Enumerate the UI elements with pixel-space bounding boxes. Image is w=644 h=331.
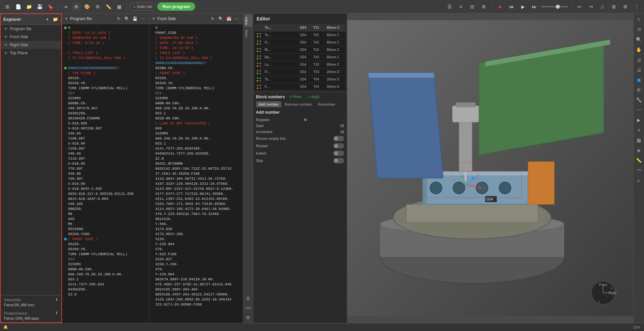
editor-tab[interactable]: Editor [244, 15, 253, 27]
play-icon[interactable]: ▶ [518, 2, 528, 11]
run-program-button[interactable]: Run program [157, 2, 196, 11]
settings-icon[interactable]: ⚙ [479, 2, 488, 11]
editor-table: To... G54 T#1 80mm C To... G54 T#1 80mm … [255, 24, 345, 91]
setup-tab[interactable]: Setup [244, 27, 253, 40]
rs-print2-icon[interactable]: 🖨 [634, 65, 644, 74]
save-btn[interactable]: 💾 [131, 15, 138, 22]
code-line: G54 [149, 91, 243, 96]
undo-icon[interactable]: ↩ [575, 2, 584, 11]
auto-run-button[interactable]: ○ Auto run [129, 3, 156, 11]
fs-refresh-btn[interactable]: ↻ [209, 15, 216, 22]
more-options-icon[interactable]: ··· [341, 118, 344, 122]
more-icon[interactable]: ⋮ [632, 2, 641, 11]
explorer-item-rightside[interactable]: 👁 Right Side [1, 41, 61, 49]
explorer-item-topplane[interactable]: 👁 Top Plane [1, 49, 61, 57]
status-bell-icon[interactable]: 🔔 [3, 325, 8, 329]
fs-calendar-btn[interactable]: 📅 [225, 15, 232, 22]
reset-button[interactable]: ↺ Reset [287, 94, 304, 99]
search-btn[interactable]: 🔍 [123, 15, 130, 22]
apply-button[interactable]: ✓ Apply [306, 94, 322, 99]
rs-pan-icon[interactable]: ✋ [634, 45, 644, 54]
rs-orbit-icon[interactable]: ⟲ [634, 25, 644, 34]
stop-icon[interactable]: ■ [495, 2, 505, 11]
editor-table-row[interactable]: Fr... G54 T#2 80mm C [255, 39, 345, 46]
redo-icon[interactable]: ↪ [586, 2, 596, 11]
parts-icon[interactable]: ⚙ [93, 2, 102, 11]
save-icon[interactable]: 💾 [35, 2, 44, 11]
layout-icon[interactable]: ☰ [445, 2, 454, 11]
tab-add-number[interactable]: Add number [256, 101, 281, 107]
lines-icon[interactable]: ☰ [244, 294, 253, 303]
rs-print-icon[interactable]: 🖨 [634, 55, 644, 64]
export-icon[interactable]: ⇥ [61, 2, 70, 11]
table-icon[interactable]: ▦ [114, 2, 124, 11]
svg-rect-6 [257, 43, 258, 45]
explorer-folder-button[interactable]: 📁 [52, 16, 59, 23]
code-icon[interactable]: </> [244, 304, 253, 312]
skip-toggle[interactable] [333, 158, 344, 163]
explorer-add-button[interactable]: + [44, 16, 51, 23]
grid-icon[interactable]: ⊞ [3, 2, 12, 11]
fs-more-btn[interactable]: ⋯ [233, 15, 240, 22]
row-name: Fr... [263, 70, 299, 74]
rs-view-icon[interactable]: ◼ [634, 75, 644, 85]
renum-empty-toggle[interactable] [333, 136, 344, 141]
editor-table-row[interactable]: Ba... G54 T#2 80mm C [255, 54, 345, 61]
grid-icon[interactable]: ⊞ [244, 313, 253, 322]
palette-icon[interactable]: 🎨 [82, 2, 92, 11]
editor-table-row[interactable]: To... G54 T#1 80mm C [255, 32, 345, 39]
gear2-icon[interactable]: ⚙ [621, 2, 630, 11]
folder-icon[interactable]: 📁 [24, 2, 34, 11]
rs-arrow-icon[interactable]: ↙ [634, 176, 644, 185]
editor-table-row[interactable]: Ri... G54 T#2 80mm C [255, 46, 345, 54]
rs-measure2-icon[interactable]: 📏 [634, 156, 644, 165]
rs-zoom-icon[interactable]: 🔍 [634, 35, 644, 44]
rs-toolpath-icon[interactable]: 〰 [634, 105, 644, 115]
explorer-item-frontside[interactable]: 👁 Front Side [1, 33, 61, 41]
svg-rect-9 [260, 48, 261, 49]
rs-sim-icon[interactable]: ▶ [634, 115, 644, 125]
bookmark-icon[interactable]: 🔖 [46, 2, 55, 11]
speed-slider[interactable] [541, 6, 568, 7]
program-code-content[interactable]: %( DATE: 14.11.2023 )( GENERATED BY CAM … [62, 24, 149, 323]
rs-tool-icon[interactable]: 🔧 [634, 95, 644, 105]
viewport[interactable]: X Y Z G54 [347, 13, 633, 323]
more-btn[interactable]: ⋯ [140, 15, 146, 22]
rs-clamp-icon[interactable]: ⚙ [634, 85, 644, 95]
editor-table-row[interactable]: To... G54 T#4 20mm D [255, 76, 345, 83]
restart-toggle[interactable] [333, 143, 344, 149]
code-line: G03X160.346Y-264.481I2.542J7.585K0. [149, 292, 243, 297]
rs-wave-icon[interactable]: 〜 [634, 166, 644, 175]
explorer-item-program[interactable]: 👁 Program file [1, 25, 61, 33]
file-icon[interactable]: 📄 [13, 2, 23, 11]
bn-tabs: Add number Remove number Renumber [256, 101, 344, 107]
interpreter-download-icon[interactable]: ⬇ [55, 297, 58, 302]
grid2-icon[interactable]: ⊟ [468, 2, 477, 11]
compass: Front Right X Y [590, 279, 616, 306]
tab-remove-number[interactable]: Remove number [282, 101, 315, 107]
rs-lines-icon[interactable]: ≡ [634, 125, 644, 135]
warning-icon[interactable]: ⚠ [598, 2, 607, 11]
next-icon[interactable]: ⏭ [530, 2, 539, 11]
indent-toggle[interactable] [333, 151, 344, 156]
rs-cursor-icon[interactable]: ↖ [634, 15, 644, 24]
editor-table-row[interactable]: Le... G54 T#2 80mm C [255, 61, 345, 68]
code-line: G00B-90.C90. [62, 267, 149, 272]
tab-renumber[interactable]: Renumber [315, 101, 338, 107]
code-line: X40.185 [62, 202, 149, 207]
code-line: G54 [62, 257, 149, 262]
rs-hatch-icon[interactable]: ▦ [634, 135, 644, 145]
fs-search-btn[interactable]: 🔍 [217, 15, 224, 22]
postprocessor-download-icon[interactable]: ⬇ [55, 311, 58, 315]
editor-table-row[interactable]: 5... G54 T#4 20mm D [255, 83, 345, 91]
front-side-code-content[interactable]: %FRONT_SIDE( GENERATED BY CAM )( DATE: 2… [149, 24, 243, 323]
tool-icon[interactable]: ⚙ [71, 2, 81, 11]
multi-icon[interactable]: ⊞ [609, 2, 619, 11]
tab-add-label: Add number [259, 102, 279, 106]
editor-table-row[interactable]: Fr... G54 T#3 20mm D [255, 68, 345, 76]
prev-icon[interactable]: ⏮ [507, 2, 516, 11]
measure-icon[interactable]: 📏 [104, 2, 113, 11]
refresh-btn[interactable]: ↻ [115, 15, 122, 22]
list-icon[interactable]: ≡ [456, 2, 466, 11]
rs-render-icon[interactable]: ◈ [634, 146, 644, 155]
